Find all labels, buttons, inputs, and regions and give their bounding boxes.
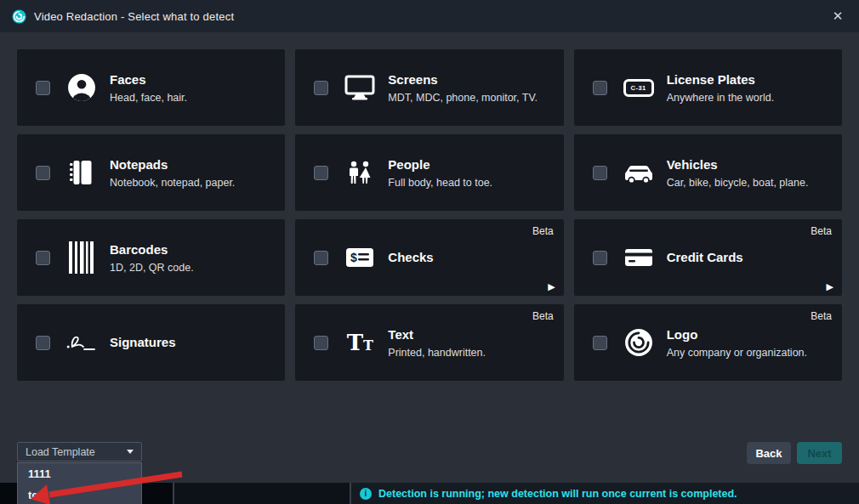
template-option-1111[interactable]: 1111	[18, 463, 141, 484]
card-logo[interactable]: Beta Logo Any company or organization.	[574, 304, 842, 381]
card-people[interactable]: People Full body, head to toe.	[295, 134, 563, 211]
screens-checkbox[interactable]	[314, 81, 328, 95]
checks-checkbox[interactable]	[314, 251, 328, 265]
card-subtitle: Head, face, hair.	[110, 92, 187, 104]
status-bar-message-area: i Detection is running; new detection wi…	[351, 483, 859, 504]
notepads-icon	[62, 160, 101, 185]
card-credit-cards[interactable]: Beta ▶ Credit Cards	[574, 219, 842, 296]
card-title: Barcodes	[110, 242, 194, 258]
card-title: Vehicles	[667, 157, 809, 173]
license-plate-icon: C-31	[619, 79, 658, 97]
text-checkbox[interactable]	[314, 336, 328, 350]
card-text[interactable]: Beta TT Text Printed, handwritten.	[295, 304, 563, 381]
template-options-list: 1111 test	[17, 462, 142, 504]
card-title: Logo	[667, 327, 807, 343]
logo-spiral-icon	[619, 328, 658, 357]
vehicles-icon	[619, 161, 658, 184]
card-license-plates[interactable]: C-31 License Plates Anywhere in the worl…	[574, 49, 842, 126]
people-icon	[340, 159, 379, 186]
card-title: Checks	[388, 250, 433, 265]
expand-arrow-icon[interactable]: ▶	[548, 281, 555, 292]
load-template-label: Load Template	[26, 446, 95, 458]
close-icon[interactable]: ✕	[828, 7, 847, 25]
info-icon: i	[360, 488, 372, 500]
card-title: Screens	[388, 72, 538, 88]
card-subtitle: Car, bike, bicycle, boat, plane.	[667, 177, 809, 189]
card-subtitle: Anywhere in the world.	[667, 92, 774, 104]
card-title: Faces	[110, 72, 187, 88]
expand-arrow-icon[interactable]: ▶	[827, 281, 833, 292]
barcodes-checkbox[interactable]	[36, 251, 50, 265]
card-title: People	[388, 157, 492, 173]
screens-icon	[340, 75, 379, 100]
card-subtitle: Notebook, notepad, paper.	[110, 177, 235, 189]
dialog-title: Video Redaction - Select what to detect	[34, 10, 234, 23]
card-subtitle: Printed, handwritten.	[388, 347, 486, 359]
status-message: Detection is running; new detection will…	[378, 488, 737, 500]
card-screens[interactable]: Screens MDT, MDC, phone, monitor, TV.	[295, 49, 563, 126]
checks-icon: $	[340, 247, 379, 268]
next-button[interactable]: Next	[797, 442, 842, 464]
people-checkbox[interactable]	[314, 166, 328, 180]
beta-badge: Beta	[532, 310, 554, 322]
logo-checkbox[interactable]	[593, 336, 607, 350]
card-subtitle: 1D, 2D, QR code.	[110, 262, 194, 274]
card-title: Credit Cards	[667, 250, 743, 265]
card-signatures[interactable]: Signatures	[17, 304, 285, 381]
back-button[interactable]: Back	[747, 442, 791, 464]
dialog-titlebar: Video Redaction - Select what to detect …	[0, 0, 859, 32]
credit-card-icon	[619, 247, 658, 268]
card-subtitle: Any company or organization.	[667, 347, 807, 359]
card-title: License Plates	[667, 72, 774, 88]
card-checks[interactable]: Beta ▶ $ Checks	[295, 219, 563, 296]
card-title: Notepads	[110, 157, 235, 173]
vehicles-checkbox[interactable]	[593, 166, 607, 180]
status-bar-segment	[174, 483, 350, 504]
plate-text: C-31	[631, 84, 646, 92]
card-notepads[interactable]: Notepads Notebook, notepad, paper.	[17, 134, 285, 211]
license-plates-checkbox[interactable]	[593, 81, 607, 95]
signature-icon	[62, 333, 101, 352]
detection-options-grid: Faces Head, face, hair. Screens MDT, MDC…	[17, 49, 842, 381]
card-vehicles[interactable]: Vehicles Car, bike, bicycle, boat, plane…	[574, 134, 842, 211]
notepads-checkbox[interactable]	[36, 166, 50, 180]
signatures-checkbox[interactable]	[36, 336, 50, 350]
svg-text:$: $	[350, 251, 357, 264]
card-barcodes[interactable]: Barcodes 1D, 2D, QR code.	[17, 219, 285, 296]
card-title: Signatures	[110, 335, 176, 350]
chevron-down-icon	[127, 450, 134, 454]
faces-checkbox[interactable]	[36, 81, 50, 95]
load-template-select[interactable]: Load Template	[17, 442, 142, 462]
beta-badge: Beta	[532, 225, 554, 237]
credit-cards-checkbox[interactable]	[593, 251, 607, 265]
beta-badge: Beta	[811, 310, 832, 322]
app-spiral-logo-icon	[12, 9, 26, 24]
barcode-icon	[62, 241, 101, 274]
template-option-test[interactable]: test	[18, 484, 141, 504]
faces-icon	[62, 73, 101, 102]
status-bar-divider	[173, 483, 174, 504]
card-subtitle: MDT, MDC, phone, monitor, TV.	[388, 92, 538, 104]
beta-badge: Beta	[811, 225, 832, 237]
card-faces[interactable]: Faces Head, face, hair.	[17, 49, 285, 126]
text-icon: TT	[340, 331, 379, 354]
card-title: Text	[388, 327, 486, 343]
card-subtitle: Full body, head to toe.	[388, 177, 492, 189]
